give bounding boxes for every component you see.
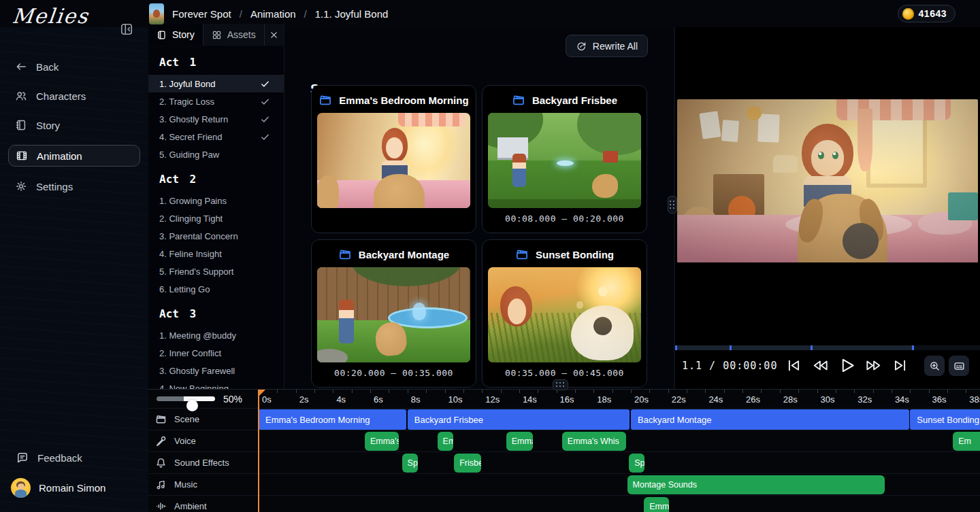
track-name: Scene (174, 414, 199, 424)
clip-sunset-bonding[interactable]: Sunset Bonding (910, 409, 980, 430)
user-menu[interactable]: Romain Simon (0, 477, 148, 498)
ruler-tick (389, 390, 389, 393)
clip-em[interactable]: Em (953, 432, 980, 451)
story-scene-item-5-guiding-paw[interactable]: 5. Guiding Paw (148, 146, 284, 163)
breadcrumb: Forever Spot / Animation / 1.1. Joyful B… (149, 0, 388, 27)
ruler-tick (519, 390, 520, 393)
rewrite-all-button[interactable]: Rewrite All (566, 35, 648, 57)
app-root: Melies Forever Spot / Animation / 1.1. J… (0, 0, 980, 512)
sidebar-item-settings[interactable]: Settings (0, 177, 148, 196)
story-scene-item-3-parental-concern[interactable]: 3. Parental Concern (148, 227, 284, 245)
clip-emma[interactable]: Emma (644, 497, 669, 512)
sidebar-item-animation[interactable]: Animation (8, 145, 140, 167)
story-scene-item-4-new-beginning[interactable]: 4. New Beginning (148, 379, 284, 389)
clip-emma-s-whis[interactable]: Emma's Whis (562, 432, 626, 451)
story-scene-item-1-joyful-bond[interactable]: 1. Joyful Bond (148, 75, 284, 92)
ruler-tick (649, 390, 650, 393)
sidebar-item-back[interactable]: Back (0, 57, 148, 76)
scene-card-backyard-montage[interactable]: Backyard Montage00:20.000 – 00:35.000 (311, 239, 476, 388)
story-scene-item-3-ghostly-return[interactable]: 3. Ghostly Return (148, 110, 284, 128)
story-scene-item-5-friend-s-support[interactable]: 5. Friend's Support (148, 262, 284, 280)
skip-end-button[interactable] (889, 354, 911, 377)
story-scene-item-3-ghostly-farewell[interactable]: 3. Ghostly Farewell (148, 362, 284, 379)
sidebar-item-label: Story (36, 120, 60, 131)
skip-start-button[interactable] (783, 354, 805, 377)
check-icon (260, 79, 270, 89)
clip-montage-sounds[interactable]: Montage Sounds (627, 475, 885, 494)
scene-item-label: 2. Inner Conflict (159, 348, 221, 358)
story-scene-item-2-clinging-tight[interactable]: 2. Clinging Tight (148, 209, 284, 227)
story-scene-item-1-meeting-buddy[interactable]: 1. Meeting @buddy (148, 326, 284, 344)
track-header-ambient[interactable]: Ambient (155, 496, 207, 512)
project-thumbnail[interactable] (149, 3, 164, 24)
clip-emma[interactable]: Emma (506, 432, 534, 451)
arrow-left-icon (15, 61, 27, 73)
ruler-tick (854, 390, 855, 393)
check-icon (260, 114, 270, 124)
scene-item-label: 3. Ghostly Farewell (159, 366, 235, 376)
check-icon (260, 132, 270, 142)
play-button[interactable] (836, 354, 858, 377)
clip-emma[interactable]: Emma (438, 432, 453, 451)
ruler-label: 38s (969, 394, 980, 405)
vertical-resize-handle[interactable] (668, 196, 677, 214)
scene-timecode: 00:08.000 – 00:20.000 (483, 214, 647, 224)
story-scene-item-6-letting-go[interactable]: 6. Letting Go (148, 280, 284, 298)
clip-emma-s-bedroom-morning[interactable]: Emma's Bedroom Morning (259, 409, 406, 430)
track-header-voice[interactable]: Voice (155, 430, 196, 451)
feedback-button[interactable]: Feedback (0, 448, 148, 467)
credits-badge[interactable]: 41643 (898, 5, 956, 22)
clip-backyard-montage[interactable]: Backyard Montage (631, 409, 909, 430)
ruler-label: 30s (821, 394, 835, 405)
ruler-tick (445, 390, 446, 393)
journal-icon (157, 30, 167, 40)
playhead-position-label: 1.1 / 00:00:00 (682, 360, 777, 372)
mic-icon (155, 435, 167, 447)
video-preview[interactable] (677, 99, 978, 262)
timeline-resize-handle[interactable] (553, 379, 568, 390)
timeline-zoom-slider[interactable] (157, 396, 215, 401)
clip-backyard-frisbee[interactable]: Backyard Frisbee (408, 409, 630, 430)
story-scene-item-4-feline-insight[interactable]: 4. Feline Insight (148, 245, 284, 262)
scene-card-emma-s-bedroom-morning[interactable]: Emma's Bedroom Morning (311, 85, 476, 233)
scene-card-backyard-frisbee[interactable]: Backyard Frisbee00:08.000 – 00:20.000 (482, 85, 647, 233)
captions-button[interactable] (949, 356, 969, 376)
breadcrumb-scene[interactable]: 1.1. Joyful Bond (315, 8, 389, 20)
feedback-label: Feedback (37, 452, 82, 464)
sidebar-item-story[interactable]: Story (0, 116, 148, 135)
clip-spo[interactable]: Spo (629, 454, 644, 473)
minimap-scene-mark (811, 345, 813, 350)
grid-icon (212, 30, 222, 40)
playhead[interactable] (258, 390, 259, 512)
clip-emma-s[interactable]: Emma's (365, 432, 399, 451)
timeline-minimap-scrollbar[interactable] (675, 345, 980, 350)
rewind-button[interactable] (809, 354, 832, 377)
act-title: Act 1 (159, 56, 284, 69)
bell-icon (155, 457, 167, 468)
ruler-tick (873, 390, 874, 393)
breadcrumb-section[interactable]: Animation (250, 8, 296, 20)
scene-card-sunset-bonding[interactable]: Sunset Bonding00:35.000 – 00:45.000 (482, 239, 647, 388)
scene-card-header: Sunset Bonding (483, 248, 647, 261)
zoom-percentage: 50% (223, 390, 242, 409)
ruler-tick (370, 390, 371, 393)
clip-spo[interactable]: Spo (402, 454, 418, 473)
zoom-button[interactable] (924, 356, 945, 376)
breadcrumb-project[interactable]: Forever Spot (172, 8, 231, 20)
story-scene-item-2-tragic-loss[interactable]: 2. Tragic Loss (148, 92, 284, 110)
sidebar-item-characters[interactable]: Characters (0, 86, 148, 105)
scene-thumbnail (488, 267, 641, 362)
story-scene-item-2-inner-conflict[interactable]: 2. Inner Conflict (148, 344, 284, 362)
timeline-ruler[interactable]: 50% 0s2s4s6s8s10s12s14s16s18s20s22s24s26… (148, 390, 980, 409)
track-header-music[interactable]: Music (155, 474, 197, 495)
ruler-label: 24s (708, 394, 723, 405)
track-header-sound-effects[interactable]: Sound Effects (155, 452, 229, 473)
sidebar-collapse-button[interactable] (120, 22, 133, 36)
fast-forward-button[interactable] (862, 354, 885, 377)
story-scene-item-4-secret-friend[interactable]: 4. Secret Friend (148, 128, 284, 146)
track-header-scene[interactable]: Scene (155, 409, 199, 430)
ruler-label: 6s (374, 394, 383, 405)
clip-frisbe[interactable]: Frisbe (454, 454, 481, 473)
story-scene-item-1-growing-pains[interactable]: 1. Growing Pains (148, 192, 284, 209)
ruler-tick (352, 390, 353, 393)
